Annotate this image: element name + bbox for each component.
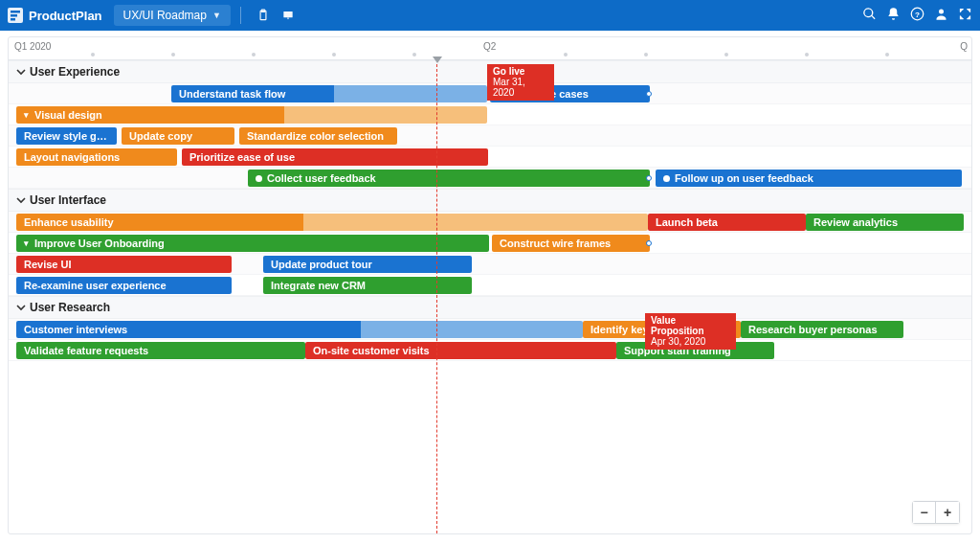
search-icon [862, 7, 877, 21]
brand-label: ProductPlan [29, 9, 102, 23]
timeline-q1-label: Q1 2020 [14, 41, 51, 52]
timeline-row: Review style g…Update copyStandardize co… [9, 125, 971, 147]
svg-rect-7 [287, 17, 288, 19]
timeline-row: ▾Improve User OnboardingConstruct wire f… [9, 233, 971, 254]
svg-rect-1 [11, 11, 20, 13]
timeline-row: Re-examine user experienceIntegrate new … [9, 275, 971, 296]
roadmap-bar-remaining[interactable] [361, 321, 583, 338]
bar-label: Enhance usability [24, 216, 114, 228]
zoom-out-button[interactable]: − [913, 502, 936, 523]
bar-label: Customer interviews [24, 324, 127, 335]
timeline-q3-label: Q [960, 41, 968, 52]
timeline-row: Layout navigationsPrioritize ease of use [9, 147, 971, 168]
roadmap-bar[interactable]: Launch beta [648, 214, 806, 231]
roadmap-selector[interactable]: UX/UI Roadmap ▼ [114, 5, 231, 26]
link-start-icon [256, 175, 262, 182]
roadmap-bar[interactable]: Review analytics [806, 214, 964, 231]
bar-label: Research buyer personas [748, 324, 878, 335]
roadmap-bar[interactable]: Customer interviews [16, 321, 361, 338]
milestone-title: Value Proposition [651, 315, 730, 336]
zoom-in-button[interactable]: + [936, 502, 959, 523]
bar-label: Construct wire frames [500, 238, 611, 249]
chevron-down-icon [16, 195, 26, 205]
bar-label: On-site customer visits [313, 345, 430, 356]
milestone[interactable]: Go liveMar 31, 2020 [487, 64, 554, 101]
lane-title[interactable]: User Interface [9, 189, 971, 212]
roadmap-bar-remaining[interactable] [303, 214, 648, 231]
roadmap-bar[interactable]: Validate feature requests [16, 342, 305, 359]
fullscreen-button[interactable] [958, 7, 972, 24]
clipboard-button[interactable] [254, 6, 273, 25]
bell-icon [886, 7, 901, 21]
present-button[interactable] [278, 6, 298, 25]
roadmap-bar-remaining[interactable] [334, 85, 487, 102]
timeline-header: Q1 2020 Q2 Q [9, 37, 971, 60]
present-icon [281, 9, 295, 22]
chevron-down-icon [16, 303, 26, 312]
link-end-icon[interactable] [646, 175, 652, 181]
roadmap-bar[interactable]: ▾Improve User Onboarding [16, 235, 489, 252]
roadmap-bar[interactable]: Collect user feedback [248, 170, 650, 187]
bar-label: Collect user feedback [267, 172, 376, 184]
roadmap-bar[interactable]: Understand task flow [171, 85, 334, 102]
divider [240, 7, 241, 24]
brand[interactable]: ProductPlan [8, 8, 102, 23]
roadmap-bar[interactable]: Update copy [122, 127, 234, 145]
svg-text:?: ? [915, 11, 920, 19]
milestone-date: Apr 30, 2020 [651, 336, 730, 347]
roadmap-bar[interactable]: Revise UI [16, 256, 232, 273]
bar-label: Launch beta [656, 216, 718, 228]
today-marker[interactable] [433, 57, 442, 63]
topbar: ProductPlan UX/UI Roadmap ▼ ? [0, 0, 980, 31]
timeline-row: Customer interviewsIdentify key personas… [9, 319, 971, 340]
brand-icon [8, 8, 23, 23]
timeline-row: Revise UIUpdate product tour [9, 254, 971, 275]
roadmap-bar[interactable]: Research buyer personas [741, 321, 903, 338]
roadmap-bar[interactable]: Layout navigations [16, 148, 177, 166]
timeline-row: Collect user feedbackFollow up on user f… [9, 168, 971, 189]
person-icon [934, 7, 948, 21]
lane-title[interactable]: User Research [9, 296, 971, 319]
timeline-q2-label: Q2 [483, 41, 496, 52]
bar-label: Understand task flow [179, 88, 285, 100]
roadmap-bar[interactable]: Integrate new CRM [263, 277, 472, 294]
roadmap-bar[interactable]: On-site customer visits [305, 342, 616, 359]
roadmap-bar[interactable]: Re-examine user experience [16, 277, 232, 294]
bar-label: Follow up on user feedback [675, 172, 813, 184]
roadmap-bar[interactable]: ▾Visual design [16, 106, 284, 124]
milestone-date: Mar 31, 2020 [493, 77, 548, 98]
roadmap-bar[interactable]: Enhance usability [16, 214, 303, 231]
svg-rect-3 [11, 18, 15, 21]
top-right-icons: ? [862, 7, 972, 24]
link-start-icon [663, 175, 670, 182]
svg-rect-2 [11, 14, 17, 17]
link-end-icon[interactable] [646, 91, 652, 97]
notifications-button[interactable] [886, 7, 901, 24]
timeline-row: Enhance usabilityLaunch betaReview analy… [9, 212, 971, 233]
roadmap-bar[interactable]: Review style g… [16, 127, 117, 145]
link-end-icon[interactable] [646, 240, 652, 246]
zoom-controls: − + [912, 501, 960, 524]
roadmap-name: UX/UI Roadmap [123, 9, 207, 22]
help-button[interactable]: ? [910, 7, 924, 24]
roadmap-bar[interactable]: Construct wire frames [492, 235, 650, 252]
clipboard-icon [256, 9, 270, 22]
bar-label: Review analytics [813, 216, 898, 228]
caret-down-icon: ▼ [212, 11, 221, 20]
roadmap-canvas[interactable]: Q1 2020 Q2 Q User ExperienceUnderstand t… [8, 36, 972, 534]
account-button[interactable] [934, 7, 948, 24]
bar-label: Update copy [129, 130, 192, 142]
milestone[interactable]: Value PropositionApr 30, 2020 [645, 313, 736, 350]
roadmap-bar[interactable]: Follow up on user feedback [656, 170, 962, 187]
roadmap-bar-remaining[interactable] [284, 106, 487, 124]
roadmap-bar[interactable]: Standardize color selection [239, 127, 397, 145]
bar-label: Update product tour [271, 259, 372, 270]
roadmap-bar[interactable]: Prioritize ease of use [182, 148, 488, 166]
bar-label: Prioritize ease of use [189, 151, 295, 163]
bar-label: Revise UI [24, 259, 72, 270]
bar-label: Review style g… [24, 130, 107, 142]
search-button[interactable] [862, 7, 877, 24]
svg-point-10 [939, 10, 944, 14]
roadmap-bar[interactable]: Update product tour [263, 256, 472, 273]
help-icon: ? [910, 7, 924, 21]
